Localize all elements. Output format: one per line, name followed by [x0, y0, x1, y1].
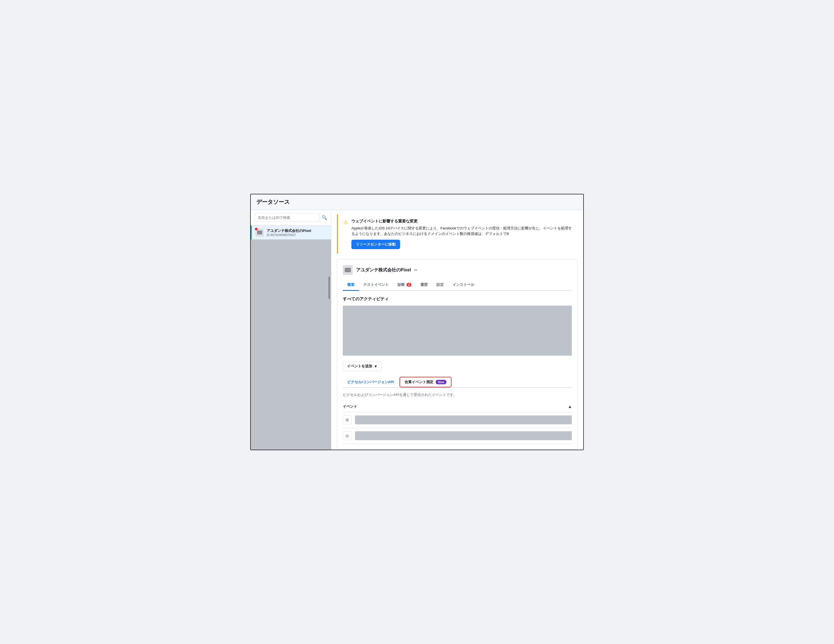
activity-title: すべてのアクティビティ	[343, 296, 572, 302]
sidebar-scrollbar[interactable]	[328, 277, 330, 299]
search-icon: 🔍	[322, 215, 327, 220]
aggregated-tab-label: 合算イベント測定	[404, 380, 433, 385]
events-description: ピクセルおよびコンバージョンAPIを通じて受信されたイベントです。	[343, 392, 572, 397]
main-content: ⚠ ウェブイベントに影響する重要な変更 Appleが発表したiOS 14デバイス…	[331, 210, 583, 450]
target-icon: ◎	[343, 431, 352, 440]
page-icon-symbol: ⊞	[346, 417, 349, 422]
alert-banner: ⚠ ウェブイベントに影響する重要な変更 Appleが発表したiOS 14デバイス…	[337, 214, 578, 254]
row-content-1	[355, 416, 572, 424]
tab-pixel-conversion[interactable]: ピクセル/コンバージョンAPI	[343, 377, 398, 388]
sidebar-item-id: ID 857534590975507	[267, 233, 311, 237]
table-row: ⊞	[343, 412, 572, 428]
tab-install[interactable]: インストール	[448, 280, 479, 291]
events-column-label: イベント	[343, 404, 357, 409]
event-type-tabs: ピクセル/コンバージョンAPI 合算イベント測定 New	[343, 377, 572, 388]
table-warning-icon: ▲	[568, 404, 572, 409]
sidebar-item-pixel[interactable]: アユダンテ株式会社のPixel ID 857534590975507	[251, 225, 331, 239]
tab-test-event[interactable]: テストイベント	[359, 280, 393, 291]
main-window: データソース 🔍 アユダンテ株式会社のPixel ID 857534590975…	[250, 194, 584, 450]
edit-icon[interactable]: ✏	[414, 268, 417, 272]
sidebar-gray-area	[251, 239, 331, 450]
pixel-header: アユダンテ株式会社のPixel ✏	[343, 265, 572, 275]
pixel-icon	[343, 265, 353, 275]
target-icon-symbol: ◎	[346, 434, 349, 438]
warning-badge	[254, 227, 258, 231]
alert-text: Appleが発表したiOS 14デバイスに関する変更により、Facebookでの…	[351, 225, 572, 236]
chevron-down-icon: ▼	[374, 364, 378, 369]
row-content-2	[355, 431, 572, 440]
add-event-label: イベントを追加	[347, 364, 372, 369]
pixel-section: アユダンテ株式会社のPixel ✏ 概要 テストイベント 診断 2	[337, 259, 578, 450]
sidebar: 🔍 アユダンテ株式会社のPixel ID 857534590975507	[251, 210, 331, 450]
add-event-button[interactable]: イベントを追加 ▼	[343, 361, 382, 371]
alert-content: ウェブイベントに影響する重要な変更 Appleが発表したiOS 14デバイスに関…	[351, 219, 572, 249]
pixel-title: アユダンテ株式会社のPixel	[356, 267, 411, 273]
title-bar: データソース	[251, 194, 583, 210]
tab-overview[interactable]: 概要	[343, 280, 359, 291]
main-layout: 🔍 アユダンテ株式会社のPixel ID 857534590975507 ⚠	[251, 210, 583, 450]
sidebar-item-name: アユダンテ株式会社のPixel	[267, 228, 311, 233]
search-input[interactable]	[255, 213, 319, 222]
tab-settings[interactable]: 設定	[432, 280, 448, 291]
table-rows: ⊞ ◎	[343, 412, 572, 444]
alert-warning-icon: ⚠	[344, 219, 348, 225]
tab-history[interactable]: 履歴	[416, 280, 432, 291]
resource-center-button[interactable]: リソースセンターに移動	[351, 240, 400, 249]
sidebar-item-text: アユダンテ株式会社のPixel ID 857534590975507	[267, 228, 311, 237]
alert-title: ウェブイベントに影響する重要な変更	[351, 219, 572, 224]
page-title: データソース	[256, 198, 578, 206]
events-table-header: イベント ▲	[343, 401, 572, 412]
pixel-list-icon	[255, 228, 264, 237]
search-bar: 🔍	[251, 210, 331, 225]
new-badge: New	[436, 380, 446, 384]
table-row: ◎	[343, 428, 572, 444]
diagnosis-badge: 2	[406, 283, 411, 287]
page-icon: ⊞	[343, 416, 352, 424]
tab-aggregated-event[interactable]: 合算イベント測定 New	[399, 377, 451, 387]
chart-area	[343, 306, 572, 356]
tabs: 概要 テストイベント 診断 2 履歴 設定	[343, 280, 572, 291]
tab-diagnosis[interactable]: 診断 2	[393, 280, 416, 291]
